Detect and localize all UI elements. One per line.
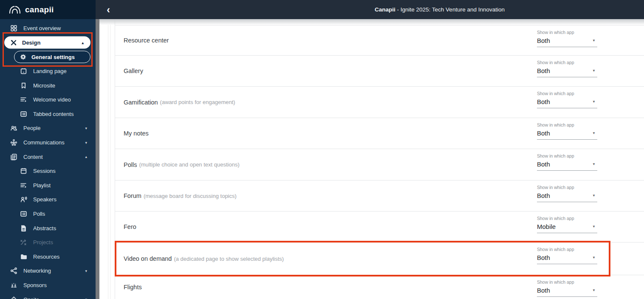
sidebar-item-label: Playlist: [33, 182, 51, 189]
sidebar-item-playlist[interactable]: Playlist: [0, 178, 96, 193]
sidebar-item-sponsors[interactable]: Sponsors: [0, 278, 96, 293]
chevron-down-icon[interactable]: ▾: [85, 297, 87, 299]
page-title-app: Canapii: [375, 6, 395, 13]
chevron-up-icon[interactable]: ▴: [82, 40, 84, 45]
calendar-icon: [20, 167, 27, 175]
sidebar: canapii Event overview: [0, 0, 96, 299]
show-in-app-select[interactable]: Show in which app Mobile▼: [537, 216, 597, 233]
chevron-down-icon[interactable]: ▾: [85, 126, 87, 130]
back-chevron-icon[interactable]: ‹: [102, 3, 115, 16]
select-value: Both: [537, 287, 550, 294]
select-value: Both: [537, 98, 550, 105]
sidebar-item-sessions[interactable]: Sessions: [0, 164, 96, 178]
sidebar-item-tabbed-contents[interactable]: Tabbed contents: [0, 107, 96, 121]
chevron-down-icon[interactable]: ▾: [85, 141, 87, 145]
row-name: Flights: [124, 284, 142, 291]
sidebar-item-welcome-video[interactable]: Welcome video: [0, 93, 96, 107]
content-scrollbar-track[interactable]: [108, 25, 110, 299]
top-header: ‹ Canapii - Ignite 2025: Tech Venture an…: [96, 0, 644, 19]
select-caret-icon: ▼: [592, 194, 597, 197]
row-name: Fero: [124, 223, 136, 230]
select-value: Both: [537, 130, 550, 137]
settings-row-flights: Flights Show in which app Both▼: [115, 275, 644, 299]
select-label: Show in which app: [537, 279, 597, 285]
sidebar-item-landing-page[interactable]: Landing page: [0, 64, 96, 79]
brand-header[interactable]: canapii: [0, 0, 96, 19]
row-description: (multiple choice and open text questions…: [139, 161, 239, 168]
sidebar-item-label: Welcome video: [33, 96, 71, 103]
sidebar-item-label: Sessions: [33, 168, 56, 174]
list-box-icon: [20, 210, 27, 217]
sidebar-item-people[interactable]: People ▾: [0, 121, 96, 135]
select-caret-icon: ▼: [592, 100, 597, 104]
settings-row-gallery: Gallery Show in which app Both▼: [115, 56, 644, 87]
show-in-app-select[interactable]: Show in which app Both▼: [537, 279, 597, 297]
settings-row-forum: Forum (message board for discussing topi…: [115, 181, 644, 212]
sidebar-item-label: Content: [23, 154, 43, 160]
canapii-logo-icon: [8, 6, 21, 14]
row-name: Forum: [124, 192, 141, 199]
show-in-app-select[interactable]: Show in which app Both▼: [537, 247, 597, 264]
select-label: Show in which app: [537, 122, 597, 127]
select-caret-icon: ▼: [592, 69, 597, 73]
sidebar-item-abstracts[interactable]: Abstracts: [0, 221, 96, 235]
sidebar-item-label: Abstracts: [33, 225, 56, 231]
app-window: canapii Event overview: [0, 0, 644, 299]
select-label: Show in which app: [537, 60, 597, 65]
sidebar-item-label: Tabbed contents: [33, 111, 73, 117]
sidebar-scrollbar[interactable]: [96, 19, 99, 299]
sidebar-item-speakers[interactable]: Speakers: [0, 192, 96, 207]
sidebar-item-resources[interactable]: Resources: [0, 250, 96, 264]
sidebar-item-label: Resources: [33, 254, 59, 260]
sidebar-item-content[interactable]: Content ▴: [0, 150, 96, 164]
sidebar-item-label: General settings: [31, 54, 75, 60]
sidebar-item-microsite[interactable]: Microsite: [0, 78, 96, 93]
settings-row-gamification: Gamification (award points for engagemen…: [115, 87, 644, 118]
grid-icon: [10, 25, 17, 32]
select-caret-icon: ▼: [592, 131, 597, 135]
settings-row-resource-center: Resource center Show in which app Both▼: [115, 25, 644, 56]
show-in-app-select[interactable]: Show in which app Both▼: [537, 60, 597, 77]
show-in-app-select[interactable]: Show in which app Both▼: [537, 185, 597, 202]
select-caret-icon: ▼: [592, 39, 597, 42]
sidebar-item-onsite[interactable]: Onsite ▾: [0, 292, 96, 299]
sidebar-item-event-overview[interactable]: Event overview: [0, 21, 96, 36]
speaker-person-icon: [20, 196, 27, 203]
show-in-app-select[interactable]: Show in which app Both▼: [537, 153, 597, 171]
select-label: Show in which app: [537, 216, 597, 221]
settings-row-video-on-demand: Video on demand (a dedicated page to sho…: [115, 243, 644, 275]
network-icon: [10, 139, 17, 146]
sidebar-item-networking[interactable]: Networking ▾: [0, 264, 96, 278]
bookmark-icon: [20, 82, 27, 89]
sidebar-item-label: Polls: [33, 211, 45, 217]
sidebar-item-label: Projects: [33, 239, 53, 245]
select-value: Mobile: [537, 223, 556, 230]
playlist-icon: [20, 182, 27, 189]
sidebar-item-communications[interactable]: Communications ▾: [0, 135, 96, 150]
select-value: Both: [537, 67, 550, 74]
show-in-app-select[interactable]: Show in which app Both▼: [537, 91, 597, 108]
select-value: Both: [537, 254, 550, 261]
sidebar-item-general-settings[interactable]: General settings: [14, 51, 90, 63]
select-value: Both: [537, 37, 550, 44]
sidebar-item-label: Design: [22, 39, 40, 46]
documents-icon: [10, 153, 17, 161]
brand-name: canapii: [25, 5, 54, 14]
row-name: Gallery: [124, 68, 143, 74]
share-nodes-icon: [10, 267, 17, 274]
row-name: Video on demand: [124, 255, 172, 262]
settings-row-polls: Polls (multiple choice and open text que…: [115, 149, 644, 181]
sidebar-item-label: Landing page: [33, 68, 67, 74]
chevron-up-icon[interactable]: ▴: [85, 155, 87, 159]
show-in-app-select[interactable]: Show in which app Both▼: [537, 30, 597, 47]
sidebar-item-design[interactable]: Design ▴: [4, 37, 90, 49]
show-in-app-select[interactable]: Show in which app Both▼: [537, 122, 597, 140]
select-caret-icon: ▼: [592, 256, 597, 260]
route-icon: [20, 239, 27, 246]
playlist-icon: [20, 96, 27, 103]
design-tools-icon: [10, 39, 17, 46]
sidebar-menu: Event overview Design ▴: [0, 21, 96, 299]
row-description: (message board for discussing topics): [144, 193, 237, 199]
sidebar-item-polls[interactable]: Polls: [0, 207, 96, 221]
chevron-down-icon[interactable]: ▾: [85, 269, 87, 273]
